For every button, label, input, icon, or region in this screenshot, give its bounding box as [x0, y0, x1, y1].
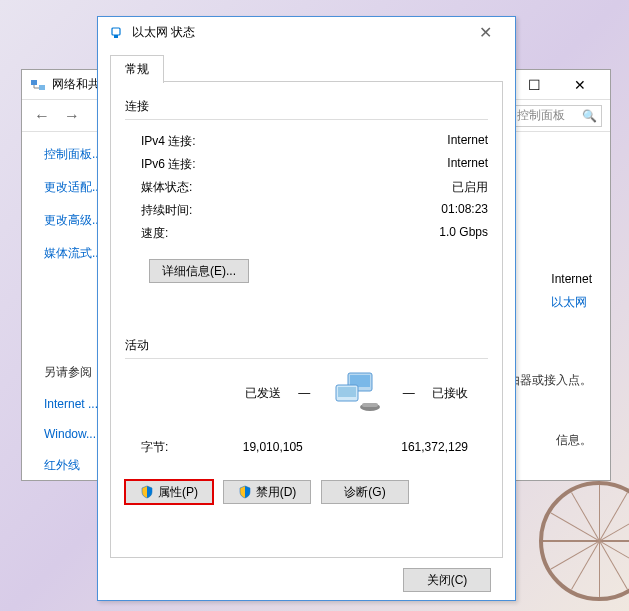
bg-ethernet-link[interactable]: 以太网 [551, 294, 592, 311]
speed-row: 速度: 1.0 Gbps [125, 222, 488, 245]
close-button[interactable]: 关闭(C) [403, 568, 491, 592]
sidebar-link-internet[interactable]: Internet ... [44, 397, 98, 411]
bytes-sent-value: 19,010,105 [221, 440, 365, 454]
tab-strip: 常规 [110, 54, 503, 82]
ipv4-label: IPv4 连接: [141, 133, 196, 150]
sidebar-link-home[interactable]: 控制面板... [44, 146, 98, 163]
bg-close-button[interactable]: ✕ [557, 71, 602, 99]
sidebar-link-advanced[interactable]: 更改高级... [44, 212, 98, 229]
activity-group-label: 活动 [125, 337, 488, 354]
details-button[interactable]: 详细信息(E)... [149, 259, 249, 283]
bytes-recv-value: 161,372,129 [365, 440, 469, 454]
tab-content: 连接 IPv4 连接: Internet IPv6 连接: Internet 媒… [110, 82, 503, 558]
ethernet-status-dialog: 以太网 状态 ✕ 常规 连接 IPv4 连接: Internet IPv6 连接… [97, 16, 516, 601]
properties-button-label: 属性(P) [158, 484, 198, 501]
divider [125, 358, 488, 359]
connection-group-label: 连接 [125, 98, 488, 115]
duration-value: 01:08:23 [441, 202, 488, 219]
svg-rect-9 [362, 403, 378, 407]
speed-label: 速度: [141, 225, 168, 242]
ipv6-value: Internet [447, 156, 488, 173]
speed-value: 1.0 Gbps [439, 225, 488, 242]
ipv6-row: IPv6 连接: Internet [125, 153, 488, 176]
tab-general[interactable]: 常规 [110, 55, 164, 83]
recv-label: 已接收 [432, 385, 468, 402]
dlg-title: 以太网 状态 [132, 24, 195, 41]
ethernet-icon [108, 25, 124, 41]
sidebar-link-firewall[interactable]: Window... [44, 427, 98, 441]
shield-icon [238, 485, 252, 499]
media-label: 媒体状态: [141, 179, 192, 196]
properties-button[interactable]: 属性(P) [125, 480, 213, 504]
bg-info-text: 信息。 [556, 432, 592, 449]
svg-rect-3 [114, 35, 118, 38]
bg-sidebar: 控制面板... 更改适配... 更改高级... 媒体流式... 另请参阅 Int… [22, 132, 104, 480]
bg-search-box[interactable]: 控制面板 🔍 [512, 105, 602, 127]
decorative-background [539, 481, 629, 601]
media-row: 媒体状态: 已启用 [125, 176, 488, 199]
duration-label: 持续时间: [141, 202, 192, 219]
diagnose-button[interactable]: 诊断(G) [321, 480, 409, 504]
network-icon [30, 77, 46, 93]
ipv4-row: IPv4 连接: Internet [125, 130, 488, 153]
svg-rect-2 [112, 28, 120, 35]
sent-label: 已发送 [245, 385, 281, 402]
sidebar-link-adapter[interactable]: 更改适配... [44, 179, 98, 196]
bg-router-text: 由器或接入点。 [508, 372, 592, 389]
dlg-close-button[interactable]: ✕ [465, 19, 505, 47]
dlg-titlebar: 以太网 状态 ✕ [98, 17, 515, 48]
ipv6-label: IPv6 连接: [141, 156, 196, 173]
back-arrow-icon[interactable]: ← [30, 104, 54, 128]
disable-button[interactable]: 禁用(D) [223, 480, 311, 504]
bg-maximize-button[interactable]: ☐ [512, 71, 557, 99]
bg-internet-label: Internet [551, 272, 592, 286]
disable-button-label: 禁用(D) [256, 484, 297, 501]
duration-row: 持续时间: 01:08:23 [125, 199, 488, 222]
ipv4-value: Internet [447, 133, 488, 150]
svg-rect-1 [39, 85, 45, 90]
forward-arrow-icon[interactable]: → [60, 104, 84, 128]
computers-icon [328, 369, 386, 417]
sidebar-link-infrared[interactable]: 红外线 [44, 457, 98, 474]
sidebar-link-media[interactable]: 媒体流式... [44, 245, 98, 262]
sidebar-see-also-label: 另请参阅 [44, 364, 98, 381]
dash-icon: — [400, 386, 418, 400]
divider [125, 119, 488, 120]
bg-breadcrumb-text: 控制面板 [517, 107, 565, 124]
media-value: 已启用 [452, 179, 488, 196]
svg-rect-0 [31, 80, 37, 85]
search-icon: 🔍 [582, 109, 597, 123]
dash-icon: — [295, 386, 313, 400]
svg-rect-7 [338, 387, 356, 397]
shield-icon [140, 485, 154, 499]
bytes-label: 字节: [141, 439, 221, 456]
bg-window-title: 网络和共 [52, 76, 100, 93]
